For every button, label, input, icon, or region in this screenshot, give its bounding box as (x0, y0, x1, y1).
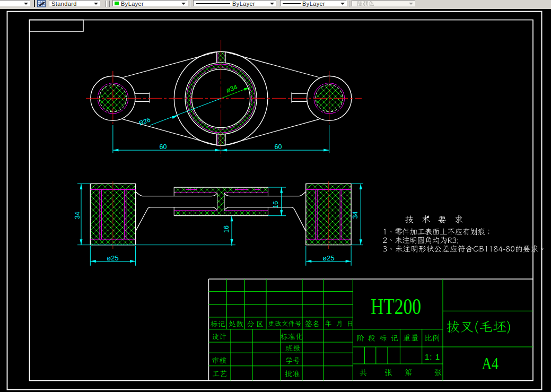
svg-text:60: 60 (275, 143, 282, 151)
svg-text:34: 34 (352, 212, 359, 219)
svg-text:16: 16 (273, 201, 280, 208)
svg-text:HT200: HT200 (371, 294, 421, 319)
svg-text:16: 16 (223, 225, 230, 233)
svg-text:60: 60 (160, 143, 167, 151)
svg-text:34: 34 (74, 212, 81, 219)
svg-text:ø25: ø25 (107, 254, 118, 262)
svg-text:1: 1: 1: 1 (425, 352, 440, 361)
svg-text:ø25: ø25 (322, 254, 334, 262)
svg-text:A4: A4 (482, 354, 499, 373)
svg-text:R26: R26 (138, 116, 152, 127)
